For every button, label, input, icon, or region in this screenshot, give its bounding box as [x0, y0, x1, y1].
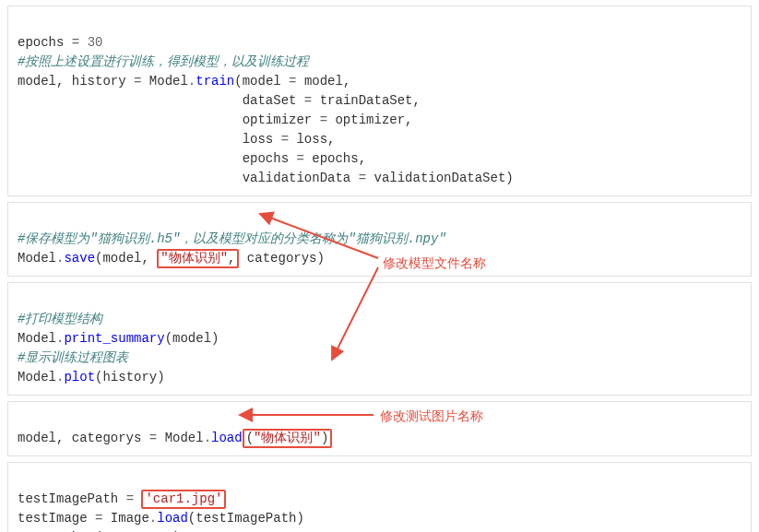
- code-op: .: [188, 74, 196, 89]
- code-string: "物体识别": [254, 431, 321, 445]
- code-comment: #按照上述设置进行训练，得到模型，以及训练过程: [18, 54, 309, 69]
- code-func: plot: [64, 370, 95, 384]
- code-text: optimizer: [18, 112, 320, 127]
- code-op: =: [134, 74, 149, 89]
- code-op: .: [204, 431, 211, 445]
- code-text: (model,: [95, 251, 157, 266]
- code-text: Model: [18, 370, 56, 384]
- code-text: testImagePath: [18, 491, 126, 506]
- code-func: load: [157, 511, 188, 526]
- code-comment: #保存模型为"猫狗识别.h5"，以及模型对应的分类名称为"猫狗识别.npy": [18, 231, 446, 246]
- code-text: ): [321, 431, 328, 445]
- code-op: =: [72, 35, 88, 50]
- code-number: 30: [88, 35, 103, 50]
- code-text: (testImagePath): [188, 511, 304, 526]
- code-block-test: testImagePath = 'car1.jpg' testImage = I…: [7, 462, 752, 532]
- code-func: load: [211, 431, 243, 445]
- code-text: optimizer,: [335, 112, 412, 127]
- code-text: Model: [165, 431, 204, 445]
- code-text: model, categorys: [18, 431, 149, 445]
- code-op: .: [149, 511, 157, 526]
- highlight-model-name-load: ("物体识别"): [243, 429, 333, 448]
- code-text: Model: [149, 74, 188, 89]
- code-text: loss,: [296, 132, 335, 147]
- code-text: Image: [111, 511, 149, 526]
- code-text: trainDataSet,: [320, 93, 421, 108]
- code-op: =: [95, 511, 111, 526]
- code-string: "物体识别": [160, 251, 228, 266]
- code-op: =: [149, 431, 165, 445]
- code-text: ,: [228, 251, 235, 266]
- code-text: Model: [18, 251, 56, 266]
- code-func: train: [196, 74, 234, 89]
- code-text: model, history: [18, 74, 134, 89]
- code-block-train: epochs = 30 #按照上述设置进行训练，得到模型，以及训练过程 mode…: [7, 6, 752, 196]
- code-op: =: [304, 93, 320, 108]
- code-text: dataSet: [18, 93, 304, 108]
- code-op: =: [296, 151, 312, 166]
- code-block-load: model, categorys = Model.load("物体识别"): [7, 401, 752, 456]
- code-text: validationDataSet): [374, 171, 513, 185]
- code-func: print_summary: [64, 331, 164, 346]
- code-text: (: [246, 431, 254, 445]
- code-text: (model: [234, 74, 289, 89]
- code-op: =: [281, 132, 297, 147]
- code-text: model,: [304, 74, 350, 89]
- code-block-summary: #打印模型结构 Model.print_summary(model) #显示训练…: [7, 282, 752, 396]
- code-op: =: [320, 112, 336, 127]
- code-text: (history): [95, 370, 165, 384]
- code-text: validationData: [18, 171, 359, 185]
- code-text: loss: [18, 132, 281, 147]
- code-comment: #显示训练过程图表: [18, 350, 128, 365]
- code-text: categorys): [239, 251, 324, 266]
- highlight-test-image: 'car1.jpg': [141, 490, 226, 509]
- code-string: 'car1.jpg': [145, 491, 222, 506]
- code-comment: #打印模型结构: [18, 312, 102, 326]
- code-text: (model): [165, 331, 219, 346]
- code-op: =: [289, 74, 304, 89]
- code-text: testImage: [18, 511, 95, 526]
- code-func: save: [64, 251, 95, 266]
- highlight-model-name-save: "物体识别",: [157, 249, 239, 268]
- code-text: Model: [18, 331, 56, 346]
- code-op: =: [126, 491, 142, 506]
- code-text: epochs: [18, 35, 72, 50]
- code-block-save: #保存模型为"猫狗识别.h5"，以及模型对应的分类名称为"猫狗识别.npy" M…: [7, 202, 752, 277]
- code-text: epochs,: [312, 151, 366, 166]
- code-text: epochs: [18, 151, 296, 166]
- code-op: =: [359, 171, 374, 185]
